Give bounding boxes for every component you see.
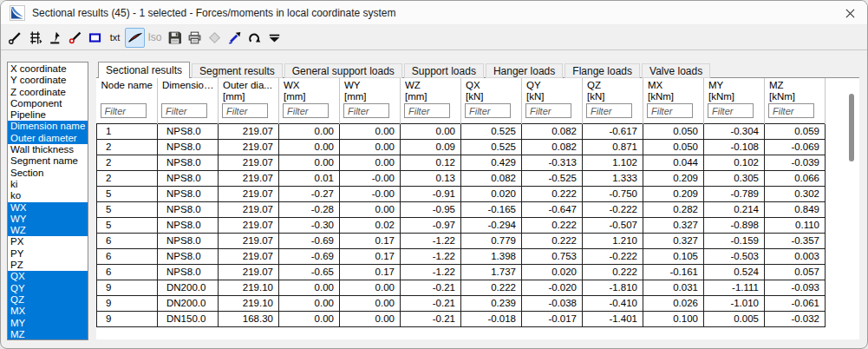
cell[interactable]: 2 bbox=[97, 170, 158, 186]
cell[interactable]: 0.302 bbox=[765, 186, 826, 201]
column-header-wx[interactable]: WX[mm] bbox=[279, 78, 340, 102]
cell[interactable]: NPS8.0 bbox=[158, 186, 219, 201]
tab-support-loads[interactable]: Support loads bbox=[404, 63, 484, 78]
cell[interactable]: 0.222 bbox=[522, 233, 583, 248]
cell[interactable]: 0.066 bbox=[765, 170, 826, 186]
text-output-icon[interactable]: txt bbox=[105, 28, 125, 48]
cell[interactable]: -0.061 bbox=[765, 295, 826, 311]
cell[interactable]: 1.737 bbox=[461, 264, 522, 280]
cell[interactable]: 0.753 bbox=[522, 248, 583, 264]
tab-sectional-results[interactable]: Sectional results bbox=[98, 62, 190, 78]
cell[interactable]: 0.100 bbox=[643, 311, 704, 326]
cell[interactable]: 0.059 bbox=[765, 123, 826, 139]
cell[interactable]: 168.30 bbox=[219, 311, 279, 326]
table-row[interactable]: 1NPS8.0219.070.000.000.000.5250.082-0.61… bbox=[97, 123, 826, 139]
cell[interactable]: -0.647 bbox=[522, 201, 583, 217]
filter-input-qz[interactable] bbox=[586, 103, 632, 118]
sidebar-item-wall-thickness[interactable]: Wall thickness bbox=[8, 144, 88, 155]
filter-input-mz[interactable] bbox=[768, 103, 814, 118]
cell[interactable]: 5 bbox=[97, 217, 158, 233]
cell[interactable]: NPS8.0 bbox=[158, 248, 219, 264]
field-listbox[interactable]: X coordinateY coordinateZ coordinateComp… bbox=[7, 62, 88, 340]
column-header-mz[interactable]: MZ[kNm] bbox=[765, 78, 826, 102]
cell[interactable]: -0.27 bbox=[279, 186, 340, 201]
cell[interactable]: 0.026 bbox=[643, 295, 704, 311]
cell[interactable]: 0.005 bbox=[704, 311, 765, 326]
cell[interactable]: -0.503 bbox=[704, 248, 765, 264]
filter-input-node-name[interactable] bbox=[101, 103, 147, 118]
column-header-qy[interactable]: QY[kN] bbox=[522, 78, 583, 102]
cell[interactable]: 0.327 bbox=[643, 233, 704, 248]
cell[interactable]: 0.871 bbox=[583, 139, 643, 155]
cell[interactable]: -0.159 bbox=[704, 233, 765, 248]
cell[interactable]: 0.00 bbox=[279, 139, 340, 155]
result-curve-icon[interactable] bbox=[125, 28, 145, 48]
filter-input-qx[interactable] bbox=[465, 103, 511, 118]
cell[interactable]: -1.010 bbox=[704, 295, 765, 311]
cell[interactable]: 0.057 bbox=[765, 264, 826, 280]
cell[interactable]: NPS8.0 bbox=[158, 123, 219, 139]
cell[interactable]: 0.524 bbox=[704, 264, 765, 280]
tab-segment-results[interactable]: Segment results bbox=[192, 63, 283, 78]
cell[interactable]: NPS8.0 bbox=[158, 233, 219, 248]
cell[interactable]: 219.07 bbox=[219, 201, 279, 217]
cell[interactable]: -0.410 bbox=[583, 295, 643, 311]
table-row[interactable]: 6NPS8.0219.07-0.690.17-1.220.7790.2221.2… bbox=[97, 233, 826, 248]
cell[interactable]: 5 bbox=[97, 186, 158, 201]
dropdown-icon[interactable] bbox=[264, 28, 284, 48]
sidebar-item-z-coordinate[interactable]: Z coordinate bbox=[8, 87, 88, 98]
cell[interactable]: -1.810 bbox=[583, 280, 643, 295]
cell[interactable]: -0.69 bbox=[279, 248, 340, 264]
filter-input-wz[interactable] bbox=[404, 103, 450, 118]
cell[interactable]: 0.00 bbox=[279, 311, 340, 326]
cell[interactable]: 2 bbox=[97, 139, 158, 155]
cell[interactable]: 0.01 bbox=[279, 170, 340, 186]
sidebar-item-y-coordinate[interactable]: Y coordinate bbox=[8, 75, 88, 86]
cell[interactable]: -0.21 bbox=[401, 311, 461, 326]
table-row[interactable]: 9DN150.0168.300.000.00-0.21-0.018-0.017-… bbox=[97, 311, 826, 326]
table-row[interactable]: 9DN200.0219.100.000.00-0.210.239-0.038-0… bbox=[97, 295, 826, 311]
cell[interactable]: 0.044 bbox=[643, 155, 704, 170]
cell[interactable]: -0.00 bbox=[340, 170, 401, 186]
cell[interactable]: -0.069 bbox=[765, 139, 826, 155]
cell[interactable]: 0.00 bbox=[340, 123, 401, 139]
vertical-scrollbar[interactable] bbox=[848, 80, 855, 337]
cell[interactable]: 219.10 bbox=[219, 280, 279, 295]
cell[interactable]: 0.13 bbox=[401, 170, 461, 186]
cell[interactable]: 1.333 bbox=[583, 170, 643, 186]
sidebar-item-dimension-name[interactable]: Dimension name bbox=[8, 121, 88, 132]
cell[interactable]: -0.617 bbox=[583, 123, 643, 139]
cell[interactable]: -0.165 bbox=[461, 201, 522, 217]
cell[interactable]: -1.22 bbox=[401, 248, 461, 264]
cell[interactable]: -0.00 bbox=[340, 186, 401, 201]
cell[interactable]: 1.398 bbox=[461, 248, 522, 264]
cell[interactable]: DN150.0 bbox=[158, 311, 219, 326]
filter-input-mx[interactable] bbox=[647, 103, 693, 118]
cell[interactable]: 0.050 bbox=[643, 123, 704, 139]
cell[interactable]: 0.00 bbox=[340, 155, 401, 170]
cell[interactable]: 0.003 bbox=[765, 248, 826, 264]
cell[interactable]: -0.020 bbox=[522, 280, 583, 295]
table-row[interactable]: 6NPS8.0219.07-0.690.17-1.221.3980.753-0.… bbox=[97, 248, 826, 264]
cell[interactable]: 0.050 bbox=[643, 139, 704, 155]
column-header-qz[interactable]: QZ[kN] bbox=[583, 78, 643, 102]
filter-input-my[interactable] bbox=[708, 103, 754, 118]
cell[interactable]: 0.849 bbox=[765, 201, 826, 217]
filter-input-outer-dia[interactable] bbox=[222, 103, 268, 118]
cell[interactable]: 0.305 bbox=[704, 170, 765, 186]
sidebar-item-segment-name[interactable]: Segment name bbox=[8, 155, 88, 167]
cell[interactable]: -0.222 bbox=[583, 248, 643, 264]
marker-pen-icon[interactable] bbox=[65, 28, 85, 48]
cell[interactable]: 0.214 bbox=[704, 201, 765, 217]
cell[interactable]: 0.00 bbox=[401, 123, 461, 139]
cell[interactable]: 0.00 bbox=[340, 201, 401, 217]
cell[interactable]: 2 bbox=[97, 155, 158, 170]
cell[interactable]: -0.222 bbox=[583, 201, 643, 217]
cell[interactable]: 0.209 bbox=[643, 170, 704, 186]
column-header-mx[interactable]: MX[kNm] bbox=[643, 78, 704, 102]
cell[interactable]: 0.00 bbox=[340, 280, 401, 295]
cell[interactable]: 0.525 bbox=[461, 139, 522, 155]
cell[interactable]: 219.07 bbox=[219, 248, 279, 264]
cell[interactable]: -0.28 bbox=[279, 201, 340, 217]
place-node-icon[interactable] bbox=[45, 28, 65, 48]
